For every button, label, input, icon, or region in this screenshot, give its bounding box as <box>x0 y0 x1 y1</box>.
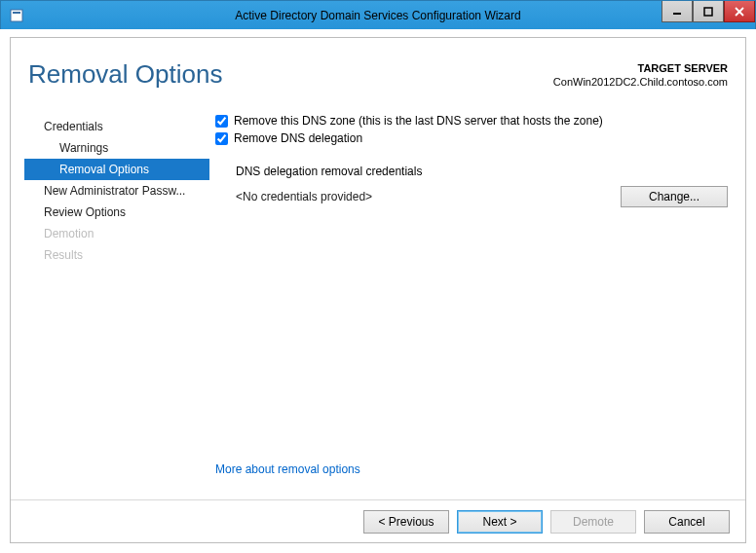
remove-dns-zone-label: Remove this DNS zone (this is the last D… <box>234 114 603 128</box>
target-server-name: ConWin2012DC2.Child.contoso.com <box>553 75 728 89</box>
remove-dns-delegation-checkbox[interactable] <box>215 132 228 145</box>
demote-button[interactable]: Demote <box>550 510 636 534</box>
window-controls <box>662 1 755 22</box>
remove-dns-zone-checkbox[interactable] <box>215 115 228 128</box>
nav-results: Results <box>24 244 209 266</box>
change-button[interactable]: Change... <box>621 186 728 207</box>
nav-removal-options[interactable]: Removal Options <box>24 159 209 180</box>
remove-dns-delegation-label: Remove DNS delegation <box>234 131 362 145</box>
wizard-footer: < Previous Next > Demote Cancel <box>11 499 745 542</box>
credentials-value: <No credentials provided> <box>236 190 621 203</box>
svg-rect-1 <box>13 12 20 14</box>
maximize-button[interactable] <box>693 1 724 22</box>
svg-rect-0 <box>11 10 22 21</box>
page-heading: Removal Options <box>28 59 222 90</box>
previous-button[interactable]: < Previous <box>363 510 449 534</box>
target-server-box: TARGET SERVER ConWin2012DC2.Child.contos… <box>553 61 728 89</box>
window-title: Active Directory Domain Services Configu… <box>1 9 755 22</box>
options-area: Remove this DNS zone (this is the last D… <box>215 114 728 488</box>
nav-review-options[interactable]: Review Options <box>24 202 209 223</box>
cancel-button[interactable]: Cancel <box>644 510 730 534</box>
delegation-credentials-heading: DNS delegation removal credentials <box>236 165 728 178</box>
nav-new-admin-password[interactable]: New Administrator Passw... <box>24 180 209 202</box>
next-button[interactable]: Next > <box>457 510 543 534</box>
remove-dns-delegation-row[interactable]: Remove DNS delegation <box>215 131 728 145</box>
wizard-nav: Credentials Warnings Removal Options New… <box>24 116 209 266</box>
nav-credentials[interactable]: Credentials <box>24 116 209 137</box>
wizard-panel: Removal Options TARGET SERVER ConWin2012… <box>10 37 746 543</box>
nav-warnings[interactable]: Warnings <box>24 137 209 159</box>
close-button[interactable] <box>724 1 755 22</box>
nav-demotion: Demotion <box>24 223 209 244</box>
remove-dns-zone-row[interactable]: Remove this DNS zone (this is the last D… <box>215 114 728 128</box>
title-bar: Active Directory Domain Services Configu… <box>1 1 755 30</box>
minimize-button[interactable] <box>662 1 693 22</box>
svg-rect-3 <box>704 8 712 16</box>
app-icon <box>9 8 24 23</box>
target-server-label: TARGET SERVER <box>553 61 728 75</box>
more-about-link[interactable]: More about removal options <box>215 462 360 476</box>
